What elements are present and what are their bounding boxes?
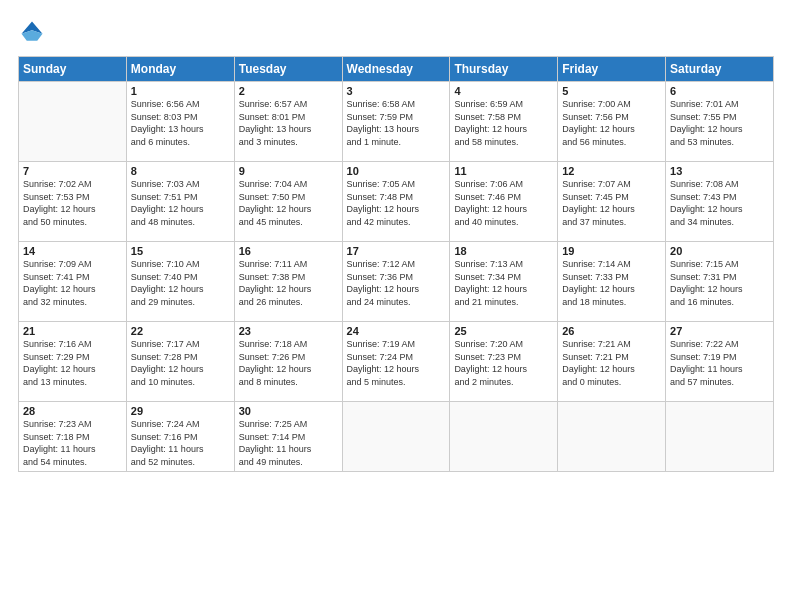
calendar-cell: 15Sunrise: 7:10 AM Sunset: 7:40 PM Dayli… [126,242,234,322]
day-info: Sunrise: 7:09 AM Sunset: 7:41 PM Dayligh… [23,258,122,308]
day-number: 10 [347,165,446,177]
calendar-cell [558,402,666,472]
day-number: 7 [23,165,122,177]
calendar-cell: 13Sunrise: 7:08 AM Sunset: 7:43 PM Dayli… [666,162,774,242]
day-number: 13 [670,165,769,177]
day-info: Sunrise: 7:25 AM Sunset: 7:14 PM Dayligh… [239,418,338,468]
day-number: 11 [454,165,553,177]
calendar-cell: 18Sunrise: 7:13 AM Sunset: 7:34 PM Dayli… [450,242,558,322]
day-number: 14 [23,245,122,257]
day-info: Sunrise: 7:14 AM Sunset: 7:33 PM Dayligh… [562,258,661,308]
calendar-cell: 5Sunrise: 7:00 AM Sunset: 7:56 PM Daylig… [558,82,666,162]
day-info: Sunrise: 7:24 AM Sunset: 7:16 PM Dayligh… [131,418,230,468]
calendar-week-row: 28Sunrise: 7:23 AM Sunset: 7:18 PM Dayli… [19,402,774,472]
calendar-cell: 24Sunrise: 7:19 AM Sunset: 7:24 PM Dayli… [342,322,450,402]
calendar-cell: 9Sunrise: 7:04 AM Sunset: 7:50 PM Daylig… [234,162,342,242]
calendar-cell: 27Sunrise: 7:22 AM Sunset: 7:19 PM Dayli… [666,322,774,402]
day-number: 26 [562,325,661,337]
calendar-cell: 26Sunrise: 7:21 AM Sunset: 7:21 PM Dayli… [558,322,666,402]
logo-icon [18,18,46,46]
day-number: 29 [131,405,230,417]
calendar-table: SundayMondayTuesdayWednesdayThursdayFrid… [18,56,774,472]
day-number: 30 [239,405,338,417]
day-info: Sunrise: 7:21 AM Sunset: 7:21 PM Dayligh… [562,338,661,388]
day-info: Sunrise: 7:02 AM Sunset: 7:53 PM Dayligh… [23,178,122,228]
day-number: 8 [131,165,230,177]
day-info: Sunrise: 7:11 AM Sunset: 7:38 PM Dayligh… [239,258,338,308]
calendar-cell: 19Sunrise: 7:14 AM Sunset: 7:33 PM Dayli… [558,242,666,322]
day-number: 4 [454,85,553,97]
day-info: Sunrise: 7:12 AM Sunset: 7:36 PM Dayligh… [347,258,446,308]
day-info: Sunrise: 7:13 AM Sunset: 7:34 PM Dayligh… [454,258,553,308]
day-info: Sunrise: 7:20 AM Sunset: 7:23 PM Dayligh… [454,338,553,388]
calendar-cell: 8Sunrise: 7:03 AM Sunset: 7:51 PM Daylig… [126,162,234,242]
day-number: 19 [562,245,661,257]
day-info: Sunrise: 7:19 AM Sunset: 7:24 PM Dayligh… [347,338,446,388]
day-number: 23 [239,325,338,337]
calendar-cell [19,82,127,162]
calendar-cell: 20Sunrise: 7:15 AM Sunset: 7:31 PM Dayli… [666,242,774,322]
day-info: Sunrise: 6:58 AM Sunset: 7:59 PM Dayligh… [347,98,446,148]
weekday-header: Wednesday [342,57,450,82]
day-info: Sunrise: 7:01 AM Sunset: 7:55 PM Dayligh… [670,98,769,148]
day-info: Sunrise: 7:06 AM Sunset: 7:46 PM Dayligh… [454,178,553,228]
calendar-cell [666,402,774,472]
day-number: 12 [562,165,661,177]
day-number: 15 [131,245,230,257]
calendar-week-row: 21Sunrise: 7:16 AM Sunset: 7:29 PM Dayli… [19,322,774,402]
calendar-cell: 14Sunrise: 7:09 AM Sunset: 7:41 PM Dayli… [19,242,127,322]
day-info: Sunrise: 7:16 AM Sunset: 7:29 PM Dayligh… [23,338,122,388]
calendar-cell: 6Sunrise: 7:01 AM Sunset: 7:55 PM Daylig… [666,82,774,162]
calendar-cell: 2Sunrise: 6:57 AM Sunset: 8:01 PM Daylig… [234,82,342,162]
weekday-header: Tuesday [234,57,342,82]
day-number: 28 [23,405,122,417]
day-info: Sunrise: 7:03 AM Sunset: 7:51 PM Dayligh… [131,178,230,228]
day-number: 21 [23,325,122,337]
logo [18,18,50,46]
weekday-header: Friday [558,57,666,82]
day-number: 9 [239,165,338,177]
calendar-week-row: 1Sunrise: 6:56 AM Sunset: 8:03 PM Daylig… [19,82,774,162]
day-info: Sunrise: 7:05 AM Sunset: 7:48 PM Dayligh… [347,178,446,228]
calendar-cell: 12Sunrise: 7:07 AM Sunset: 7:45 PM Dayli… [558,162,666,242]
day-number: 1 [131,85,230,97]
day-info: Sunrise: 6:59 AM Sunset: 7:58 PM Dayligh… [454,98,553,148]
calendar-cell: 30Sunrise: 7:25 AM Sunset: 7:14 PM Dayli… [234,402,342,472]
calendar-week-row: 14Sunrise: 7:09 AM Sunset: 7:41 PM Dayli… [19,242,774,322]
day-info: Sunrise: 7:17 AM Sunset: 7:28 PM Dayligh… [131,338,230,388]
header-row: SundayMondayTuesdayWednesdayThursdayFrid… [19,57,774,82]
weekday-header: Monday [126,57,234,82]
header [18,18,774,46]
day-number: 5 [562,85,661,97]
calendar-cell: 22Sunrise: 7:17 AM Sunset: 7:28 PM Dayli… [126,322,234,402]
calendar-cell: 7Sunrise: 7:02 AM Sunset: 7:53 PM Daylig… [19,162,127,242]
calendar-cell: 16Sunrise: 7:11 AM Sunset: 7:38 PM Dayli… [234,242,342,322]
day-info: Sunrise: 7:23 AM Sunset: 7:18 PM Dayligh… [23,418,122,468]
day-number: 20 [670,245,769,257]
day-info: Sunrise: 6:57 AM Sunset: 8:01 PM Dayligh… [239,98,338,148]
day-number: 24 [347,325,446,337]
calendar-cell [450,402,558,472]
calendar-week-row: 7Sunrise: 7:02 AM Sunset: 7:53 PM Daylig… [19,162,774,242]
day-info: Sunrise: 7:22 AM Sunset: 7:19 PM Dayligh… [670,338,769,388]
day-info: Sunrise: 7:08 AM Sunset: 7:43 PM Dayligh… [670,178,769,228]
day-info: Sunrise: 7:10 AM Sunset: 7:40 PM Dayligh… [131,258,230,308]
day-info: Sunrise: 7:07 AM Sunset: 7:45 PM Dayligh… [562,178,661,228]
calendar-cell: 21Sunrise: 7:16 AM Sunset: 7:29 PM Dayli… [19,322,127,402]
calendar-cell: 29Sunrise: 7:24 AM Sunset: 7:16 PM Dayli… [126,402,234,472]
page: SundayMondayTuesdayWednesdayThursdayFrid… [0,0,792,612]
day-info: Sunrise: 7:00 AM Sunset: 7:56 PM Dayligh… [562,98,661,148]
day-number: 17 [347,245,446,257]
weekday-header: Thursday [450,57,558,82]
calendar-cell: 1Sunrise: 6:56 AM Sunset: 8:03 PM Daylig… [126,82,234,162]
calendar-cell: 23Sunrise: 7:18 AM Sunset: 7:26 PM Dayli… [234,322,342,402]
day-info: Sunrise: 7:04 AM Sunset: 7:50 PM Dayligh… [239,178,338,228]
calendar-cell: 11Sunrise: 7:06 AM Sunset: 7:46 PM Dayli… [450,162,558,242]
calendar-cell: 17Sunrise: 7:12 AM Sunset: 7:36 PM Dayli… [342,242,450,322]
day-number: 18 [454,245,553,257]
day-info: Sunrise: 6:56 AM Sunset: 8:03 PM Dayligh… [131,98,230,148]
day-number: 16 [239,245,338,257]
day-number: 3 [347,85,446,97]
calendar-cell: 25Sunrise: 7:20 AM Sunset: 7:23 PM Dayli… [450,322,558,402]
day-number: 6 [670,85,769,97]
